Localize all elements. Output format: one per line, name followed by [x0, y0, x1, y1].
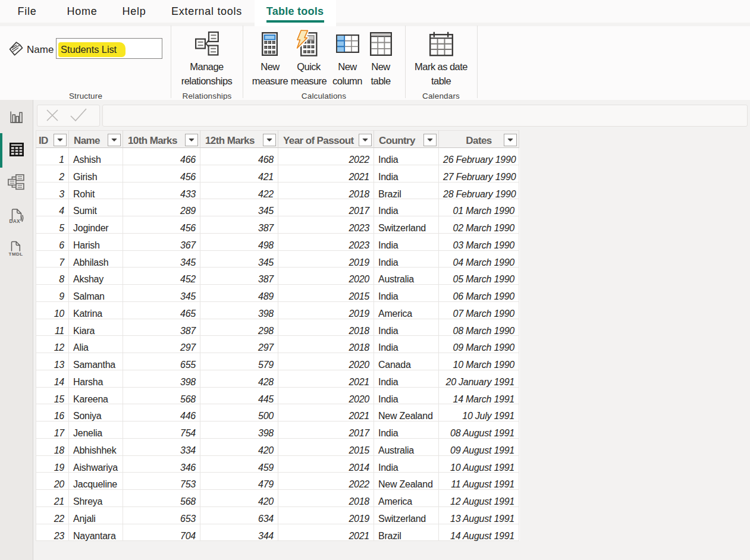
svg-text:DAX: DAX	[10, 218, 20, 224]
svg-text:TMDL: TMDL	[9, 251, 23, 257]
